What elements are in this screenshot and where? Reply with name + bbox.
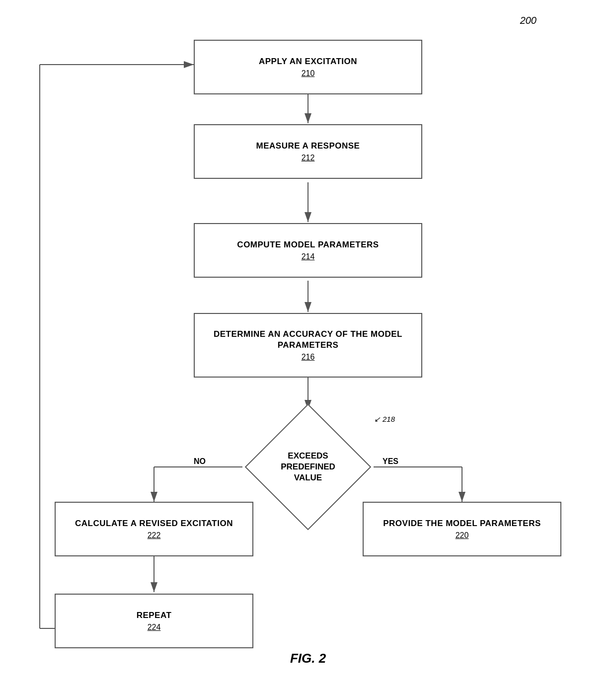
repeat-box: REPEAT 224 [55,594,253,648]
provide-model-box: PROVIDE THE MODEL PARAMETERS 220 [363,502,561,556]
repeat-title: REPEAT [137,610,172,621]
compute-model-title: COMPUTE MODEL PARAMETERS [237,239,379,250]
compute-model-box: COMPUTE MODEL PARAMETERS 214 [194,223,422,278]
calculate-revised-ref: 222 [148,531,161,540]
diagram-container: 200 NO YES APPLY AN E [0,0,616,691]
measure-response-box: MEASURE A RESPONSE 212 [194,124,422,179]
repeat-ref: 224 [148,623,161,632]
no-label: NO [194,457,206,466]
calculate-revised-box: CALCULATE A REVISED EXCITATION 222 [55,502,253,556]
determine-accuracy-box: DETERMINE AN ACCURACY OF THE MODEL PARAM… [194,313,422,378]
provide-model-title: PROVIDE THE MODEL PARAMETERS [383,518,541,529]
measure-response-title: MEASURE A RESPONSE [256,141,360,152]
determine-accuracy-title: DETERMINE AN ACCURACY OF THE MODEL PARAM… [195,329,421,351]
provide-model-ref: 220 [456,531,469,540]
measure-response-ref: 212 [302,154,315,162]
determine-accuracy-ref: 216 [302,353,315,362]
compute-model-ref: 214 [302,252,315,261]
diamond-text: EXCEEDSPREDEFINEDVALUE [281,451,335,483]
yes-label: YES [383,457,398,466]
apply-excitation-title: APPLY AN EXCITATION [259,56,357,67]
diamond-ref-arrow: ↙ 218 [374,415,395,423]
apply-excitation-ref: 210 [302,69,315,78]
apply-excitation-box: APPLY AN EXCITATION 210 [194,40,422,94]
calculate-revised-title: CALCULATE A REVISED EXCITATION [75,518,233,529]
figure-number: 200 [520,15,537,26]
diamond-wrapper: EXCEEDSPREDEFINEDVALUE ↙ 218 [243,407,373,527]
figure-caption: FIG. 2 [290,651,326,666]
